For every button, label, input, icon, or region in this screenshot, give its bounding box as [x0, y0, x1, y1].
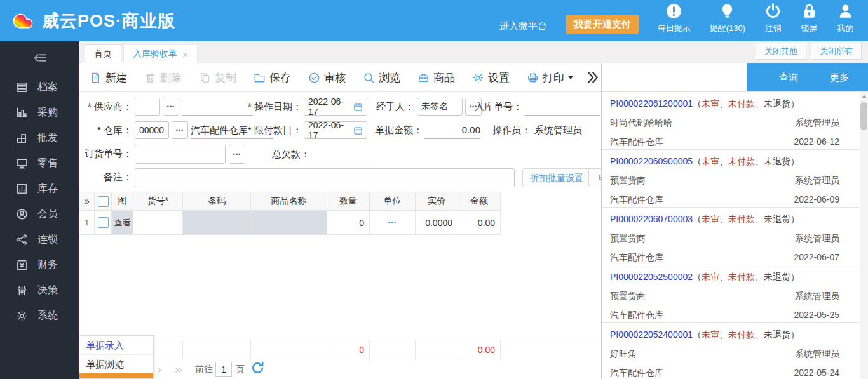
- list-item[interactable]: PI000022052400001（未审、未付款、未退货） 好旺角系统管理员 汽…: [602, 323, 860, 379]
- column-header-unit[interactable]: 单位: [370, 192, 416, 211]
- tab-inbound-receipt[interactable]: 入库验收单 ×: [123, 44, 198, 63]
- supplier-code-input[interactable]: [135, 98, 160, 116]
- scrollbar[interactable]: [860, 92, 868, 379]
- audit-button[interactable]: 审核: [308, 70, 346, 85]
- row-price-cell[interactable]: 0.0000: [416, 211, 458, 235]
- status-unaudited: 未审: [702, 214, 719, 224]
- order-no-input[interactable]: [135, 145, 226, 164]
- totals-quantity: 0: [327, 340, 370, 359]
- browse-button[interactable]: 浏览: [363, 70, 400, 85]
- tab-home[interactable]: 首页: [85, 44, 121, 63]
- product-button[interactable]: 商品: [417, 70, 455, 85]
- close-others-button[interactable]: 关闭其他: [756, 43, 806, 60]
- inbound-no-label: 入库单号：: [470, 98, 522, 116]
- document-number[interactable]: PI000022060700003: [610, 214, 693, 224]
- order-no-browse-button[interactable]: •••: [229, 145, 245, 164]
- sidebar-item-members[interactable]: 会员: [0, 201, 79, 227]
- view-image-link[interactable]: 查看: [114, 217, 131, 229]
- close-tab-icon[interactable]: ×: [182, 49, 188, 60]
- sidebar-item-purchase[interactable]: 采购: [0, 100, 79, 125]
- last-page-icon[interactable]: »: [175, 361, 182, 376]
- lock-screen-button[interactable]: 锁屏: [801, 3, 818, 34]
- unit-picker-icon[interactable]: •••: [388, 219, 397, 226]
- more-button[interactable]: 更多: [830, 72, 868, 84]
- power-icon: [764, 3, 782, 20]
- table-row: 1 查看 0 ••• 0.0000 0.00: [79, 211, 501, 235]
- list-item[interactable]: PI000022060900005（未审、未付款、未退货） 预置货商系统管理员 …: [602, 150, 860, 208]
- inbound-no-field[interactable]: [524, 98, 600, 116]
- sidebar: 档案 采购 批发 零售 库存 会员 连锁 财务: [0, 41, 79, 379]
- sidebar-item-label: 会员: [37, 208, 58, 221]
- daily-tips-button[interactable]: 每日提示: [658, 3, 691, 34]
- row-unit-cell[interactable]: •••: [370, 211, 416, 235]
- document-number[interactable]: PI000022061200001: [610, 98, 693, 109]
- search-input[interactable]: [602, 63, 747, 91]
- document-number[interactable]: PI000022060900005: [610, 156, 693, 166]
- query-button[interactable]: 查询: [747, 72, 830, 84]
- sidebar-item-system[interactable]: 系统: [0, 303, 79, 328]
- copy-button[interactable]: 复制: [199, 70, 236, 85]
- new-button[interactable]: 新建: [90, 70, 127, 85]
- row-image-cell[interactable]: 查看: [112, 211, 133, 235]
- warehouse-browse-button[interactable]: •••: [172, 121, 188, 139]
- sidebar-item-retail[interactable]: 零售: [0, 150, 79, 176]
- scrollbar-thumb[interactable]: [860, 102, 867, 130]
- next-page-icon[interactable]: ›: [157, 361, 161, 376]
- operation-date-input[interactable]: 2022-06-17: [304, 98, 367, 116]
- scroll-up-icon[interactable]: [860, 92, 868, 102]
- print-button[interactable]: 打印: [527, 70, 573, 85]
- remark-input[interactable]: [135, 168, 515, 187]
- warehouse-code-input[interactable]: [135, 121, 169, 139]
- document-number[interactable]: PI000022052500002: [610, 272, 693, 282]
- sidebar-item-archives[interactable]: 档案: [0, 74, 79, 100]
- sidebar-collapse-button[interactable]: [0, 41, 79, 74]
- column-header-barcode[interactable]: 条码: [183, 192, 251, 211]
- list-item[interactable]: PI000022060700003（未审、未付款、未退货） 预置货商系统管理员 …: [602, 208, 860, 265]
- list-item[interactable]: PI000022061200001（未审、未付款、未退货） 时尚代码哈哈哈系统管…: [602, 92, 860, 150]
- document-form-area: * 供应商： ••• * 操作日期： 2022-06-17 经手人： ••• 入…: [79, 92, 601, 379]
- sidebar-item-chain[interactable]: 连锁: [0, 227, 79, 252]
- my-account-button[interactable]: 我的: [837, 3, 854, 34]
- operator-name: 系统管理员: [795, 117, 839, 129]
- handler-input[interactable]: [417, 98, 463, 116]
- warehouse-name: 汽车配件仓库: [610, 310, 663, 321]
- select-all-checkbox[interactable]: [98, 196, 109, 207]
- column-header-quantity[interactable]: 数量: [327, 192, 370, 211]
- check-circle-icon: [308, 72, 320, 84]
- row-quantity-cell[interactable]: 0: [327, 211, 370, 235]
- logout-button[interactable]: 注销: [764, 3, 782, 34]
- panel-toggle-button[interactable]: [585, 63, 601, 92]
- column-header-item-no[interactable]: 货号*: [133, 192, 183, 211]
- page-number-input[interactable]: [215, 362, 232, 377]
- close-all-button[interactable]: 关闭所有: [811, 43, 862, 60]
- column-header-amount[interactable]: 金额: [458, 192, 501, 211]
- discount-batch-button[interactable]: 折扣批量设置: [522, 168, 591, 187]
- reminders-button[interactable]: 提醒(130): [710, 3, 745, 34]
- micro-platform-link[interactable]: 进入微平台: [499, 20, 547, 32]
- supplier-browse-button[interactable]: •••: [163, 98, 179, 116]
- sidebar-item-finance[interactable]: 财务: [0, 252, 79, 277]
- delete-button[interactable]: 删除: [144, 70, 182, 85]
- column-header-image[interactable]: 图: [112, 192, 133, 211]
- sidebar-item-inventory[interactable]: 库存: [0, 176, 79, 201]
- refresh-icon[interactable]: [250, 360, 266, 376]
- truncated-button[interactable]: 电: [588, 168, 601, 187]
- list-item[interactable]: PI000022052500002（未审、未付款、未退货） 预置货商系统管理员 …: [602, 265, 860, 323]
- column-header-product-name[interactable]: 商品名称: [251, 192, 327, 211]
- sidebar-item-decision[interactable]: 决策: [0, 277, 79, 303]
- open-payment-button[interactable]: 我要开通支付: [566, 15, 639, 34]
- document-date: 2022-05-25: [794, 310, 839, 321]
- menu-item-document-entry[interactable]: 单据录入: [79, 336, 153, 355]
- menu-item-document-browse[interactable]: 单据浏览: [79, 355, 153, 373]
- row-item-no-cell[interactable]: [133, 211, 183, 235]
- document-status-line: PI000022061200001（未审、未付款、未退货）: [610, 92, 839, 110]
- sidebar-item-wholesale[interactable]: 批发: [0, 125, 79, 150]
- save-button[interactable]: 保存: [254, 70, 291, 85]
- pay-due-date-input[interactable]: 2022-06-17: [304, 121, 367, 139]
- settings-button[interactable]: 设置: [472, 70, 510, 85]
- grid-expander[interactable]: »: [79, 192, 95, 211]
- row-checkbox[interactable]: [98, 217, 109, 228]
- column-header-price[interactable]: 实价: [416, 192, 458, 211]
- document-number[interactable]: PI000022052400001: [610, 329, 693, 340]
- operator-name: 系统管理员: [795, 233, 839, 244]
